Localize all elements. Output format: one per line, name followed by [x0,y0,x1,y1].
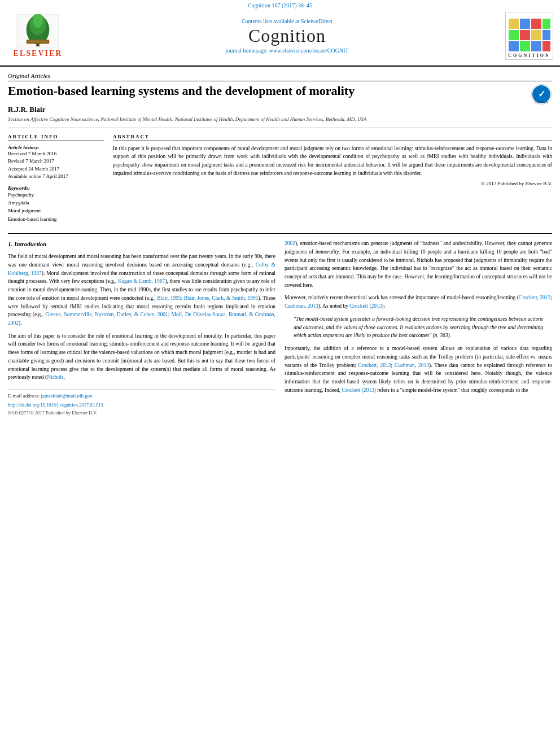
svg-rect-16 [509,41,519,51]
intro-heading: 1. Introduction [8,239,275,249]
citation-text: Cognition 167 (2017) 38–45 [248,2,312,8]
keyword-psychopathy: Psychopathy [8,191,104,199]
ref-cushman2013[interactable]: Cushman, 2013 [285,303,318,309]
svg-text:✓: ✓ [538,89,545,99]
body-para-r1: 2002), emotion-based mechanisms can gene… [285,239,552,289]
cognition-logo-icon [508,18,552,53]
keyword-amygdala: Amygdala [8,199,104,207]
body-para-2: The aim of this paper is to consider the… [8,332,275,382]
keywords-label: Keywords: [8,185,104,191]
body-section: 1. Introduction The field of moral devel… [8,233,552,417]
svg-rect-17 [520,41,530,51]
citation-bar: Cognition 167 (2017) 38–45 [0,0,560,10]
sciencedirect-link[interactable]: ScienceDirect [301,18,333,24]
elsevier-logo: ELSEVIER [7,14,69,58]
homepage-url[interactable]: www.elsevier.com/locate/COGNIT [269,47,349,54]
contents-available: Contents lists available at ScienceDirec… [69,18,505,24]
received-date: Received 7 March 2016 [8,150,104,158]
svg-rect-9 [520,19,530,29]
ref-greene[interactable]: Greene, Sommerville, Nystrom, Darley, & … [45,312,168,317]
crossmark-icon[interactable]: ✓ CrossMark [531,84,552,105]
ref-crockett-note[interactable]: Crockett (2013) [349,303,383,309]
body-col-right: 2002), emotion-based mechanisms can gene… [285,239,552,417]
ref-nichols[interactable]: Nichols, [47,374,65,380]
ref-nichols-2002[interactable]: 2002 [285,241,295,246]
available-date: Available online 7 April 2017 [8,173,104,181]
svg-rect-12 [509,30,519,40]
cognition-logo-label: COGNITION [508,53,550,58]
article-type: Original Articles [8,72,552,81]
footer-bar: E-mail address: jamesblair@mail.nih.gov … [8,390,275,417]
keyword-emotion-learning: Emotion-based learning [8,215,104,223]
article-info-abstract-row: ARTICLE INFO Article history: Received 7… [8,128,552,228]
accepted-date: Accepted 24 March 2017 [8,165,104,173]
svg-rect-8 [509,19,519,29]
abstract-panel: ABSTRACT In this paper it is proposed th… [113,134,552,228]
article-info-panel: ARTICLE INFO Article history: Received 7… [8,134,104,228]
svg-rect-14 [531,30,541,40]
body-para-r2: Moreover, relatively recent theoretical … [285,294,552,310]
cognition-logo: COGNITION [505,12,553,60]
svg-rect-19 [542,41,550,51]
author-name: R.J.R. Blair [8,105,552,114]
revised-date: Revised 7 March 2017 [8,158,104,165]
email-label: E-mail address: [8,393,40,399]
doi-link[interactable]: http://dx.doi.org/10.1016/j.cognition.20… [8,402,103,408]
journal-homepage: journal homepage: www.elsevier.com/locat… [69,47,505,54]
svg-rect-5 [27,40,50,43]
svg-rect-10 [531,19,541,29]
body-para-1: The field of moral development and moral… [8,252,275,327]
email-link[interactable]: jamesblair@mail.nih.gov [41,393,92,399]
footer-issn: 0010-0277/© 2017 Published by Elsevier B… [8,409,275,417]
ref-crockett-cushman[interactable]: Crockett, 2013 [358,362,391,368]
affiliation: Section on Affective Cognitive Neuroscie… [8,116,552,123]
elsevier-tree-icon [15,14,60,48]
article-wrapper: Original Articles Emotion-based learning… [0,67,560,422]
svg-rect-11 [542,19,550,29]
svg-text:CrossMark: CrossMark [535,101,549,104]
article-title: Emotion-based learning systems and the d… [8,84,355,98]
title-row: Emotion-based learning systems and the d… [8,84,552,105]
ref-colby[interactable]: Colby & Kohlberg, 1987 [8,262,275,276]
article-info-heading: ARTICLE INFO [8,134,104,141]
ref-crockett-2013b[interactable]: Crockett (2013) [342,387,376,393]
footer-doi: http://dx.doi.org/10.1016/j.cognition.20… [8,401,275,409]
body-para-r3: Importantly, the addition of a reference… [285,344,552,394]
journal-header: Cognition 167 (2017) 38–45 ELSEVIER [0,0,560,67]
keywords-section: Keywords: Psychopathy Amygdala Moral jud… [8,185,104,224]
keyword-moral-judgment: Moral judgment [8,207,104,215]
article-history-label: Article history: [8,145,104,150]
journal-title-center: Contents lists available at ScienceDirec… [69,18,505,54]
copyright-line: © 2017 Published by Elsevier B.V. [113,181,552,186]
footer-email: E-mail address: jamesblair@mail.nih.gov [8,392,275,400]
blockquote: "The model-based system generates a forw… [294,315,543,340]
body-col-left: 1. Introduction The field of moral devel… [8,239,275,417]
svg-rect-18 [531,41,541,51]
ref-blair1995[interactable]: Blair, 1995 [157,295,181,301]
journal-name: Cognition [69,25,505,46]
abstract-text: In this paper it is proposed that import… [113,145,552,178]
journal-header-main: ELSEVIER Contents lists available at Sci… [0,10,560,62]
elsevier-label: ELSEVIER [14,49,63,58]
ref-kagan[interactable]: Kagan & Lamb, 1987 [118,278,165,284]
abstract-heading: ABSTRACT [113,134,552,141]
svg-rect-15 [542,30,550,40]
ref-cushman-2013b[interactable]: Cushman, 2013 [395,362,429,368]
ref-crockett2013[interactable]: Crockett, 2013 [519,295,551,300]
article-history: Article history: Received 7 March 2016 R… [8,145,104,181]
svg-rect-13 [520,30,530,40]
ref-blair-jones[interactable]: Blair, Jones, Clark, & Smith, 1995 [184,295,259,301]
